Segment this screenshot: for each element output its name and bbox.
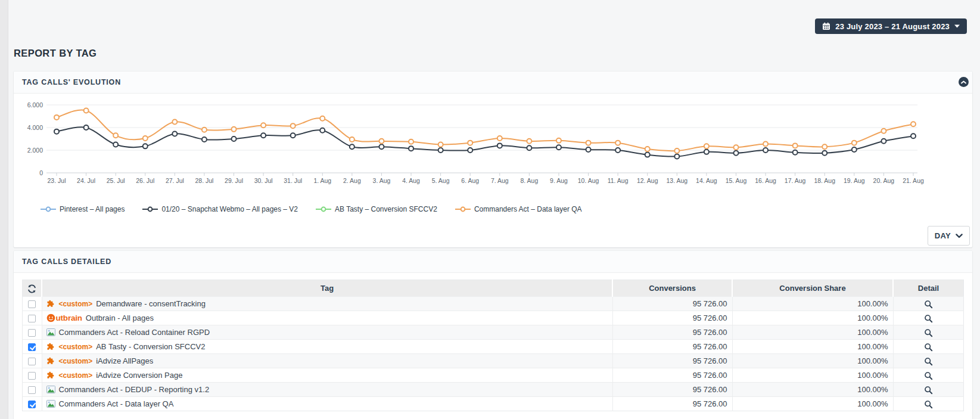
row-checkbox[interactable]: [28, 358, 36, 365]
legend-label: AB Tasty – Conversion SFCCV2: [335, 205, 437, 213]
svg-text:29. Jul: 29. Jul: [225, 177, 243, 184]
share-value: 100.00%: [732, 340, 893, 354]
refresh-icon: [27, 284, 36, 293]
legend-label: 01/20 – Snapchat Webmo – All pages – V2: [161, 205, 298, 213]
custom-tag-prefix: <custom>: [59, 371, 93, 380]
detail-search-button[interactable]: [924, 400, 933, 409]
custom-tag-icon: [46, 371, 55, 380]
table-header-row: Tag Conversions Conversion Share Detail: [23, 280, 964, 297]
interval-select[interactable]: DAY: [928, 226, 970, 246]
caret-down-icon: [954, 24, 960, 28]
detail-search-button[interactable]: [924, 314, 933, 323]
table-row: Commanders Act - Data layer QA 95 726.00…: [23, 397, 964, 411]
table-row: <custom> iAdvize Conversion Page 95 726.…: [23, 368, 964, 383]
conversions-column-header: Conversions: [612, 280, 732, 297]
row-checkbox[interactable]: [28, 315, 36, 322]
chevron-down-icon: [956, 234, 963, 238]
custom-tag-icon: [46, 342, 55, 351]
detail-search-button[interactable]: [924, 371, 933, 380]
page-title: REPORT BY TAG: [14, 48, 97, 59]
detail-cell: [893, 325, 964, 340]
share-value: 100.00%: [732, 325, 893, 340]
legend-item[interactable]: AB Tasty – Conversion SFCCV2: [316, 205, 437, 213]
tag-cell: <custom> AB Tasty - Conversion SFCCV2: [42, 340, 612, 354]
legend-marker-icon: [455, 206, 471, 212]
tag-name: Demandware - consentTracking: [96, 299, 206, 308]
conversions-value: 95 726.00: [612, 368, 732, 383]
share-value: 100.00%: [732, 297, 893, 311]
svg-text:4.000: 4.000: [27, 124, 43, 131]
table-row: <custom> Demandware - consentTracking 95…: [23, 297, 964, 311]
legend-label: Commanders Act – Data layer QA: [474, 205, 582, 213]
row-checkbox[interactable]: [28, 343, 36, 351]
tag-calls-evolution-card: TAG CALLS' EVOLUTION 02.0004.0006.00023.…: [14, 72, 972, 247]
svg-text:9. Aug: 9. Aug: [550, 177, 568, 184]
left-edge-strip: [0, 0, 8, 419]
tag-column-header: Tag: [42, 280, 612, 297]
svg-text:23. Jul: 23. Jul: [48, 177, 66, 184]
legend-item[interactable]: Commanders Act – Data layer QA: [455, 205, 582, 213]
table-row: <custom> iAdvize AllPages 95 726.00 100.…: [23, 354, 964, 368]
legend-item[interactable]: 01/20 – Snapchat Webmo – All pages – V2: [142, 205, 298, 213]
tag-calls-detailed-card: TAG CALLS DETAILED: [14, 251, 972, 419]
legend-item[interactable]: Pinterest – All pages: [41, 205, 125, 213]
svg-text:25. Jul: 25. Jul: [107, 177, 125, 184]
checkbox-cell: [23, 383, 42, 397]
svg-text:6. Aug: 6. Aug: [461, 177, 479, 184]
svg-text:16. Aug: 16. Aug: [755, 177, 776, 184]
row-checkbox[interactable]: [28, 386, 36, 394]
magnifier-icon: [924, 314, 933, 323]
detail-search-button[interactable]: [924, 386, 933, 395]
svg-text:18. Aug: 18. Aug: [814, 177, 835, 184]
checkbox-cell: [23, 340, 42, 354]
detail-search-button[interactable]: [924, 343, 933, 352]
row-checkbox[interactable]: [28, 372, 36, 380]
detail-search-button[interactable]: [924, 300, 933, 309]
svg-text:31. Jul: 31. Jul: [284, 177, 302, 184]
conversions-value: 95 726.00: [612, 297, 732, 311]
svg-text:1. Aug: 1. Aug: [313, 177, 331, 184]
row-checkbox[interactable]: [28, 329, 36, 337]
conversions-value: 95 726.00: [612, 311, 732, 325]
legend-marker-icon: [41, 206, 56, 212]
svg-text:2.000: 2.000: [27, 147, 43, 154]
svg-text:4. Aug: 4. Aug: [402, 177, 420, 184]
custom-tag-prefix: <custom>: [59, 300, 93, 308]
legend-marker-icon: [142, 206, 158, 212]
detail-cell: [893, 311, 964, 325]
refresh-button[interactable]: [27, 284, 36, 293]
tag-name: Commanders Act - DEDUP - Reporting v1.2: [59, 385, 210, 394]
magnifier-icon: [924, 300, 933, 309]
tag-cell: <custom> iAdvize Conversion Page: [42, 368, 612, 383]
interval-label: DAY: [935, 231, 951, 240]
detail-search-button[interactable]: [924, 357, 933, 366]
refresh-column-header: [23, 280, 42, 297]
detail-search-button[interactable]: [924, 328, 933, 337]
table-card-header: TAG CALLS DETAILED: [14, 251, 972, 273]
tag-name: Outbrain - All pages: [86, 314, 154, 322]
row-checkbox[interactable]: [28, 300, 36, 308]
legend-marker-icon: [316, 206, 331, 212]
chart-card-header: TAG CALLS' EVOLUTION: [14, 72, 972, 94]
checkbox-cell: [23, 325, 42, 340]
checkbox-cell: [23, 354, 42, 368]
row-checkbox[interactable]: [28, 401, 36, 408]
tag-name: Commanders Act - Reload Container RGPD: [59, 328, 210, 337]
svg-text:8. Aug: 8. Aug: [520, 177, 538, 184]
tag-cell: Commanders Act - DEDUP - Reporting v1.2: [42, 383, 612, 397]
custom-tag-icon: [46, 299, 55, 308]
magnifier-icon: [924, 357, 933, 366]
date-range-picker[interactable]: 23 July 2023 – 21 August 2023: [815, 18, 967, 34]
detail-column-header: Detail: [893, 280, 964, 297]
chart-legend: Pinterest – All pages01/20 – Snapchat We…: [41, 205, 582, 213]
share-value: 100.00%: [732, 383, 893, 397]
legend-label: Pinterest – All pages: [60, 205, 125, 213]
detail-cell: [893, 397, 964, 411]
calendar-icon: [822, 22, 830, 30]
conversions-value: 95 726.00: [612, 383, 732, 397]
tag-name: iAdvize AllPages: [96, 356, 153, 365]
svg-text:0: 0: [39, 169, 43, 176]
svg-text:24. Jul: 24. Jul: [77, 177, 95, 184]
collapse-panel-button[interactable]: [959, 77, 969, 87]
detail-cell: [893, 340, 964, 354]
